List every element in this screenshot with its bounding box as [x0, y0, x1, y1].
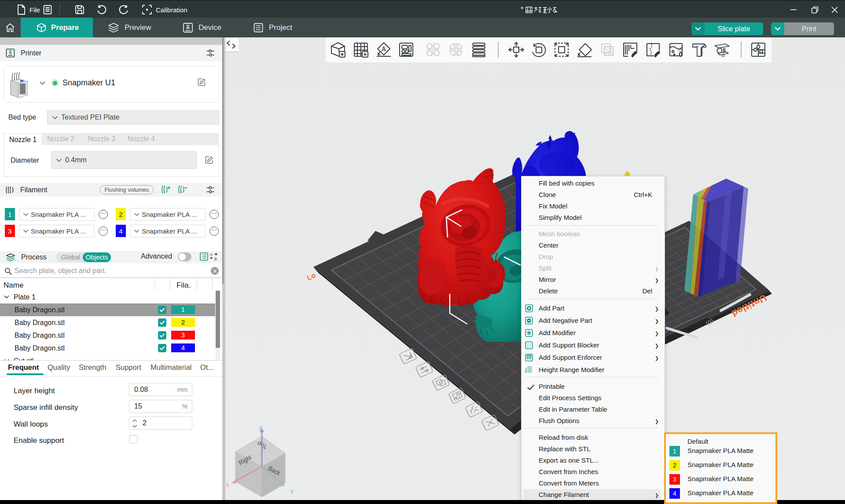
svg-text:y: y — [290, 487, 294, 494]
svg-text:z: z — [259, 424, 263, 431]
svg-text:B: B — [214, 257, 217, 261]
svg-text:A: A — [210, 252, 213, 257]
svg-text:x: x — [226, 481, 229, 488]
